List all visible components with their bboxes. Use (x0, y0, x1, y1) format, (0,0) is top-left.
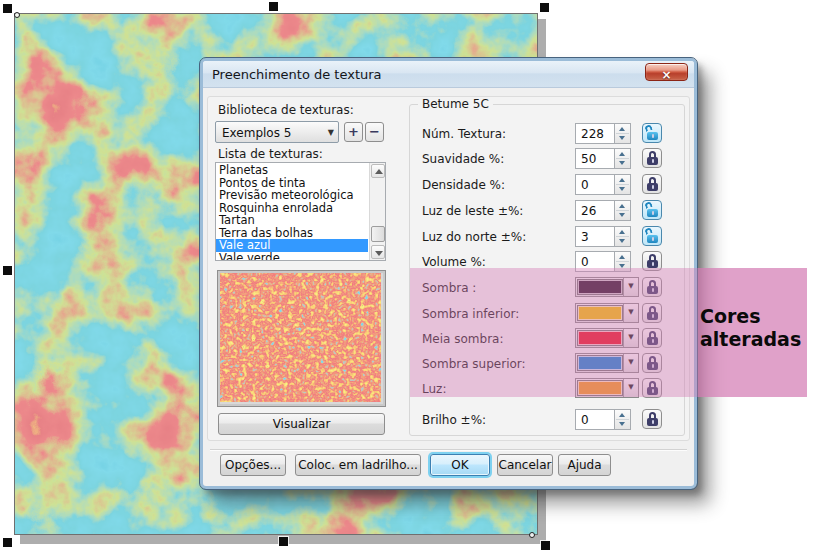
field-label: Suavidade %: (422, 152, 504, 166)
dialog-title: Preenchimento de textura (212, 67, 382, 82)
lock-button-unlocked[interactable] (642, 123, 662, 143)
texture-library-dropdown[interactable]: Exemplos 5 ▼ (215, 121, 339, 143)
brightness-input[interactable]: 0 (575, 409, 631, 430)
texture-preview (218, 271, 385, 406)
spinner[interactable] (614, 410, 630, 429)
group-title: Betume 5C (418, 97, 493, 111)
list-item[interactable]: Previsão meteorológica (216, 189, 368, 202)
scroll-up-button[interactable] (371, 164, 385, 178)
spinner[interactable] (614, 124, 630, 143)
lock-button-locked[interactable] (642, 409, 662, 429)
arrow-up-icon (375, 169, 383, 174)
library-selected-value: Exemplos 5 (222, 126, 291, 140)
plus-icon: + (348, 124, 359, 139)
spin-down-icon (619, 136, 625, 140)
open-lock-icon (644, 124, 653, 132)
list-scrollbar[interactable] (369, 163, 385, 260)
spinner[interactable] (614, 149, 630, 168)
close-icon: × (661, 68, 671, 82)
lock-button-unlocked[interactable] (642, 226, 662, 246)
selection-handle-bottom-middle[interactable] (279, 537, 288, 546)
chevron-down-icon: ▼ (328, 128, 334, 137)
spinner[interactable] (614, 175, 630, 194)
scroll-down-button[interactable] (371, 245, 385, 259)
density-input[interactable]: 0 (575, 174, 631, 195)
selection-handle-bottom-right[interactable] (541, 541, 550, 550)
texture-list: Planetas Pontos de tinta Previsão meteor… (215, 162, 386, 261)
drawing-canvas: Preenchimento de textura × Biblioteca de… (0, 0, 829, 551)
open-lock-icon (644, 201, 653, 209)
list-item[interactable]: Planetas (216, 164, 368, 177)
remove-library-button[interactable]: − (365, 122, 384, 142)
north-light-input[interactable]: 3 (575, 226, 631, 247)
selection-handle-top-middle[interactable] (269, 2, 278, 11)
arrow-down-icon (375, 251, 383, 256)
annotation-text: Cores alteradas (700, 305, 812, 351)
lock-button-unlocked[interactable] (642, 200, 662, 220)
list-item[interactable]: Tartan (216, 214, 368, 227)
spin-up-icon (619, 127, 625, 131)
lock-button-locked[interactable] (642, 174, 662, 194)
spinner[interactable] (614, 227, 630, 246)
options-button[interactable]: Opções... (220, 454, 286, 476)
list-item[interactable]: Vale verde (216, 252, 368, 262)
texture-number-input[interactable]: 228 (575, 123, 631, 144)
selection-handle-bottom-left[interactable] (3, 538, 12, 547)
field-label: Luz do norte ±%: (422, 230, 526, 244)
selection-handle-top-left[interactable] (3, 4, 12, 13)
corner-marker-top-left (14, 12, 20, 18)
tile-button[interactable]: Coloc. em ladrilho... (295, 454, 421, 476)
spinner[interactable] (614, 201, 630, 220)
help-button[interactable]: Ajuda (558, 454, 611, 476)
field-label: Luz de leste ±%: (422, 204, 523, 218)
east-light-input[interactable]: 26 (575, 200, 631, 221)
field-label: Volume %: (422, 255, 486, 269)
field-label: Núm. Textura: (422, 127, 506, 141)
library-label: Biblioteca de texturas: (218, 103, 354, 117)
list-item-selected[interactable]: Vale azul (216, 239, 368, 252)
field-label: Densidade %: (422, 178, 505, 192)
cancel-button[interactable]: Cancelar (497, 454, 553, 476)
lock-button-locked[interactable] (642, 148, 662, 168)
button-separator (210, 449, 687, 451)
add-library-button[interactable]: + (344, 122, 363, 142)
selection-handle-left-middle[interactable] (3, 266, 12, 275)
softness-input[interactable]: 50 (575, 148, 631, 169)
texture-list-label: Lista de texturas: (218, 147, 323, 161)
preview-image (220, 273, 381, 402)
field-label: Brilho ±%: (422, 413, 486, 427)
corner-marker-bottom-right (529, 532, 535, 538)
minus-icon: − (369, 124, 380, 139)
dialog-titlebar[interactable]: Preenchimento de textura × (203, 61, 694, 88)
close-button[interactable]: × (645, 63, 688, 81)
ok-button[interactable]: OK (430, 454, 490, 476)
selection-handle-top-right[interactable] (540, 3, 549, 12)
scrollbar-thumb[interactable] (371, 226, 385, 242)
preview-button[interactable]: Visualizar (218, 413, 385, 435)
open-lock-icon (644, 227, 653, 235)
